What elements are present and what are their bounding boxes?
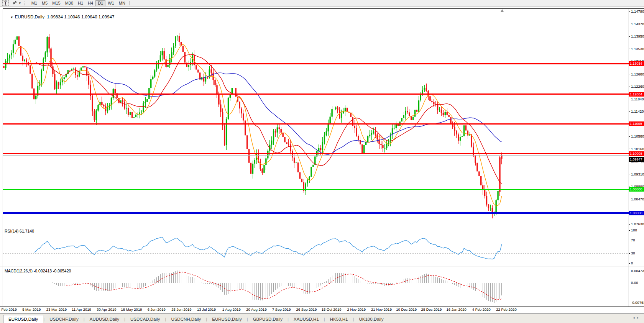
- date-tick-label: 28 Dec 2019: [421, 307, 442, 312]
- chart-plot-area[interactable]: [0, 0, 644, 323]
- price-tick-label: 1.10580: [631, 134, 644, 138]
- price-tick-label: 1.13950: [631, 34, 644, 38]
- trading-platform-window: T ▼ M1M5M15M30H1H4D1W1MN ▼EURUSD,Daily 1…: [0, 0, 644, 323]
- chart-tab-eurusd-daily[interactable]: EURUSD,Daily: [207, 315, 246, 323]
- date-tick-label: 14 Feb 2019: [0, 307, 17, 312]
- chart-shift-marker[interactable]: [501, 9, 504, 12]
- tab-scroll-arrows[interactable]: ◂▸: [633, 316, 641, 320]
- horizontal-level-lines: [3, 64, 629, 213]
- chart-tab-gbpusd-daily[interactable]: GBPUSD,Daily: [248, 315, 288, 323]
- date-tick-label: 11 Apr 2019: [72, 307, 91, 312]
- date-tick-label: 13 Jul 2019: [197, 307, 216, 312]
- ma-line-1: [36, 54, 502, 184]
- date-tick-label: 23 Mar 2019: [46, 307, 67, 312]
- date-tick-label: 1 Aug 2019: [222, 307, 241, 312]
- date-tick-label: 26 Sep 2019: [296, 307, 317, 312]
- date-tick-label: 4 Feb 2020: [472, 307, 491, 312]
- date-tick-label: 18 May 2019: [121, 307, 142, 312]
- date-tick-label: 20 Aug 2019: [246, 307, 266, 312]
- date-tick-label: 6 Jun 2019: [148, 307, 166, 312]
- price-tick-label: 1.07630: [631, 222, 644, 226]
- price-tick-label: 1.11420: [631, 109, 644, 113]
- date-tick-label: 10 Dec 2019: [396, 307, 417, 312]
- chart-tab-audusd-daily[interactable]: AUDUSD,Daily: [85, 315, 124, 323]
- price-tick-label: 1.12680: [631, 72, 644, 76]
- level-price-badge: 1.13034: [629, 61, 644, 66]
- level-price-badge: 1.11009: [629, 121, 644, 126]
- price-tick-label: 1.14370: [631, 22, 644, 26]
- macd-tick-label: 0.00: [631, 280, 638, 285]
- macd-tick-label: 0.004738: [631, 269, 644, 273]
- chart-tab-xauusd-h1[interactable]: XAUUSD,H1: [289, 315, 324, 323]
- price-tick-label: 1.08470: [631, 197, 644, 201]
- level-price-badge: 1.08800: [629, 187, 644, 192]
- chart-tab-usdcnh-daily[interactable]: USDCNH,Daily: [166, 315, 206, 323]
- date-tick-label: 21 Nov 2019: [371, 307, 392, 312]
- price-tick-label: 1.09310: [631, 172, 644, 176]
- date-tick-label: 7 Sep 2019: [272, 307, 291, 312]
- date-tick-label: 30 Apr 2019: [97, 307, 116, 312]
- level-price-badge: 1.08008: [629, 211, 644, 215]
- current-price-badge: 1.09947: [629, 157, 644, 162]
- candles: [3, 33, 502, 218]
- rsi-panel: [3, 237, 629, 259]
- date-tick-label: 5 Mar 2019: [22, 307, 41, 312]
- date-tick-label: 25 Jun 2019: [171, 307, 191, 312]
- chart-tab-usdcad-daily[interactable]: USDCAD,Daily: [125, 315, 165, 323]
- chart-tab-usdchf-daily[interactable]: USDCHF,Daily: [44, 315, 83, 323]
- chart-tab-hk50-h1[interactable]: HK50,H1: [325, 315, 353, 323]
- price-tick-label: 1.13530: [631, 47, 644, 51]
- ma-line-0: [15, 44, 502, 206]
- chart-tab-eurusd-daily[interactable]: EURUSD,Daily: [3, 315, 43, 323]
- date-tick-label: 15 Oct 2019: [322, 307, 342, 312]
- date-tick-label: 2 Nov 2019: [347, 307, 366, 312]
- macd-panel: [53, 271, 502, 303]
- date-tick-label: 22 Feb 2020: [496, 307, 516, 312]
- price-tick-label: 1.11840: [631, 97, 644, 101]
- price-tick-label: 1.14790: [631, 9, 644, 13]
- level-price-badge: 1.10008: [629, 151, 644, 156]
- date-tick-label: 16 Jan 2020: [446, 307, 466, 312]
- rsi-tick-label: 30: [631, 251, 635, 255]
- rsi-tick-label: 70: [631, 238, 635, 242]
- chart-tab-bar: EURUSD,Daily|USDCHF,Daily|AUDUSD,Daily|U…: [0, 313, 644, 323]
- panel-borders: [0, 8, 644, 307]
- price-tick-label: 1.12260: [631, 84, 644, 89]
- price-tick-label: 1.10160: [631, 147, 644, 151]
- rsi-tick-label: 0: [631, 261, 633, 265]
- chart-tab-uk100-daily[interactable]: UK100,Daily: [354, 315, 389, 323]
- rsi-tick-label: 100: [631, 228, 637, 232]
- level-price-badge: 1.12004: [629, 92, 644, 97]
- macd-tick-label: -0.00758: [631, 300, 644, 305]
